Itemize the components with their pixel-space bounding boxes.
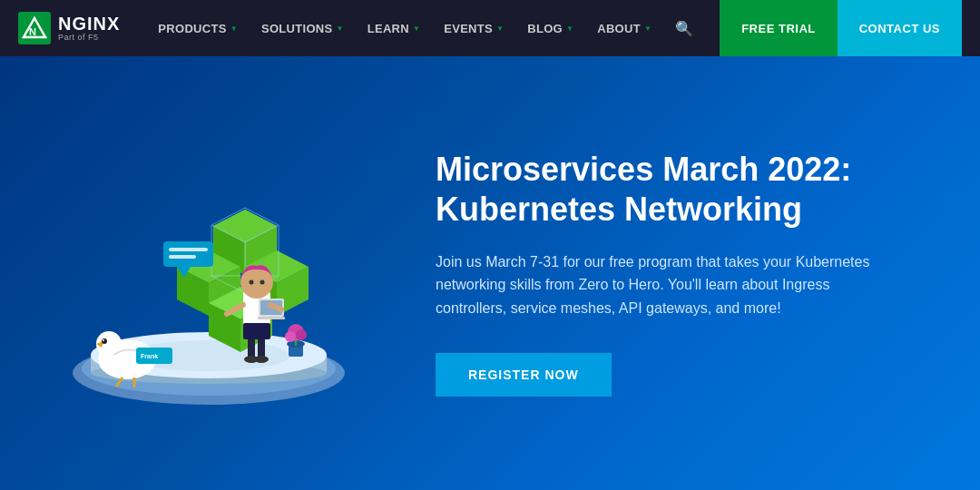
svg-point-45 (250, 280, 254, 285)
search-icon[interactable]: 🔍 (664, 13, 704, 44)
svg-rect-52 (163, 241, 213, 267)
hero-content: Microservices March 2022:Kubernetes Netw… (417, 113, 980, 432)
svg-rect-54 (169, 248, 208, 251)
hero-illustration: Frank (0, 56, 417, 490)
chevron-down-icon: ▼ (336, 24, 343, 33)
contact-us-button[interactable]: CONTACT US (838, 0, 962, 56)
chevron-down-icon: ▼ (644, 24, 652, 33)
free-trial-button[interactable]: FREE TRIAL (720, 0, 838, 56)
hero-title: Microservices March 2022:Kubernetes Netw… (436, 150, 926, 228)
svg-rect-43 (243, 323, 270, 339)
chevron-down-icon: ▼ (566, 24, 573, 33)
nav-buttons: FREE TRIAL CONTACT US (720, 0, 962, 56)
navbar: N NGINX Part of F5 PRODUCTS ▼ SOLUTIONS … (0, 0, 980, 56)
logo-text: NGINX (58, 15, 120, 33)
logo-subtext: Part of F5 (58, 33, 120, 42)
nav-item-events[interactable]: EVENTS ▼ (433, 15, 514, 43)
hero-svg: Frank (36, 101, 381, 446)
nginx-logo-icon: N (18, 12, 51, 44)
svg-point-60 (296, 329, 307, 340)
register-now-button[interactable]: REGISTER NOW (436, 353, 612, 397)
svg-point-41 (254, 356, 269, 363)
chevron-down-icon: ▼ (413, 24, 420, 33)
chevron-down-icon: ▼ (230, 24, 238, 33)
hero-section: Frank (0, 56, 980, 490)
svg-point-59 (285, 331, 296, 342)
svg-point-13 (103, 339, 104, 341)
nav-item-about[interactable]: ABOUT ▼ (586, 15, 662, 43)
nav-item-blog[interactable]: BLOG ▼ (516, 15, 584, 43)
svg-text:Frank: Frank (141, 353, 158, 359)
svg-rect-49 (258, 317, 285, 319)
nav-item-products[interactable]: PRODUCTS ▼ (147, 15, 249, 43)
logo-text-area: NGINX Part of F5 (58, 15, 120, 42)
nav-item-solutions[interactable]: SOLUTIONS ▼ (250, 15, 355, 43)
svg-rect-55 (169, 255, 196, 259)
nav-links: PRODUCTS ▼ SOLUTIONS ▼ LEARN ▼ EVENTS ▼ … (147, 13, 710, 44)
svg-point-12 (102, 338, 107, 344)
chevron-down-icon: ▼ (496, 24, 504, 33)
nav-item-learn[interactable]: LEARN ▼ (357, 15, 432, 43)
svg-point-46 (260, 280, 265, 285)
svg-text:N: N (29, 26, 36, 37)
hero-description: Join us March 7-31 for our free program … (436, 250, 871, 320)
logo-area[interactable]: N NGINX Part of F5 (18, 12, 120, 44)
